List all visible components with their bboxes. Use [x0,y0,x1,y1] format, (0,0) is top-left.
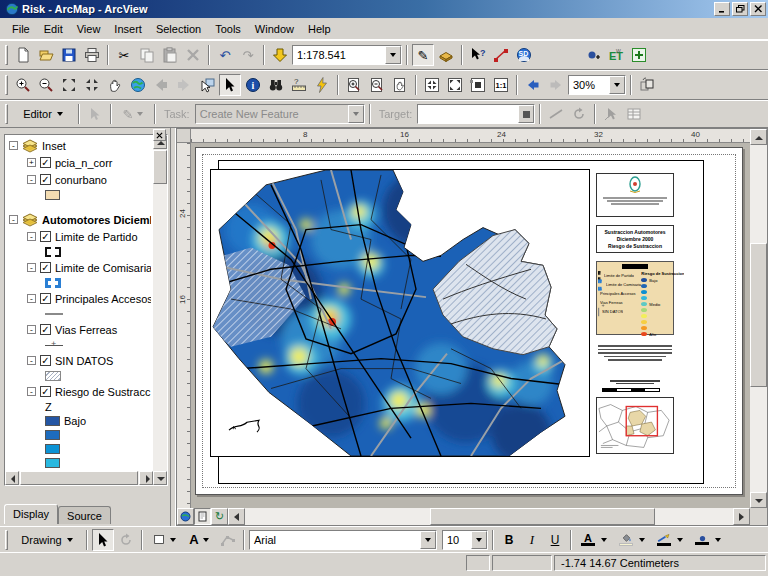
layout-forward-extent-button[interactable] [545,74,567,96]
rotate-element-button[interactable] [115,529,137,551]
layout-zoom-in-button[interactable] [343,74,365,96]
layout-view[interactable]: 816243240 2416 [176,128,768,526]
redo-button[interactable]: ↷ [237,44,259,66]
layer-label[interactable]: conurbano [55,174,107,186]
layer-label[interactable]: Principales Accesos [55,293,151,305]
tree-expander[interactable]: - [27,175,36,184]
sketch-properties-button[interactable] [600,103,622,125]
layer-symbol-swatch[interactable] [45,190,60,200]
tree-expander[interactable]: - [27,325,36,334]
zoom-to-scale-button[interactable]: 1:1 [490,74,512,96]
select-elements-button[interactable] [92,529,114,551]
layer-label[interactable]: Bajo [64,415,86,427]
buffer-wizard-button[interactable] [582,44,604,66]
text-tool-button[interactable]: A [182,529,216,551]
scroll-down-button[interactable] [750,492,767,508]
select-features-button[interactable] [196,74,218,96]
menu-item-tools[interactable]: Tools [209,21,247,37]
font-size-dropdown[interactable] [471,531,487,549]
cut-button[interactable]: ✂ [113,44,135,66]
scroll-thumb[interactable] [430,508,654,525]
edit-sketch-button[interactable]: ✎ [412,44,434,66]
refresh-view-button[interactable]: ↻ [211,508,228,525]
zoom-100-button[interactable] [444,74,466,96]
toolbar-grip[interactable] [5,45,8,65]
tree-expander[interactable]: + [27,158,36,167]
layout-view-button[interactable] [194,508,211,525]
close-button[interactable] [750,2,766,16]
layout-pan-button[interactable] [389,74,411,96]
menu-item-selection[interactable]: Selection [150,21,207,37]
minimize-button[interactable] [714,2,730,16]
save-button[interactable] [58,44,80,66]
add-data-button[interactable] [269,44,291,66]
tree-expander[interactable]: - [27,263,36,272]
fixed-layout-zoom-button[interactable] [467,74,489,96]
attributes-button[interactable] [623,103,645,125]
fixed-zoom-in-button[interactable] [58,74,80,96]
scroll-thumb[interactable] [750,243,767,387]
toolbar-grip[interactable] [5,530,8,550]
sketch-tool-button[interactable]: ✎ [116,103,150,125]
tab-source[interactable]: Source [58,506,111,524]
map-scale-combo[interactable]: 1:178.541 [292,45,402,65]
split-tool-button[interactable] [545,103,567,125]
layout-zoom-out-button[interactable] [366,74,388,96]
layer-label[interactable]: Z [45,401,52,413]
new-map-button[interactable] [12,44,34,66]
task-dropdown[interactable] [348,105,364,123]
layer-label[interactable]: Limite de Comisaria [55,262,151,274]
fill-color-button[interactable] [614,530,638,550]
et-tools-button[interactable]: ETW [605,44,627,66]
scale-bar[interactable] [602,388,660,392]
scroll-down-button[interactable] [153,471,167,485]
font-dropdown[interactable] [420,531,436,549]
layer-label[interactable]: Limite de Partido [55,231,138,243]
add-xy-button[interactable] [628,44,650,66]
paste-button[interactable] [159,44,181,66]
tree-expander[interactable]: - [27,356,36,365]
fixed-zoom-out-button[interactable] [81,74,103,96]
blue-dashed-outline-symbol[interactable] [598,279,602,290]
edit-vertices-button[interactable] [217,529,239,551]
toolbar-grip[interactable] [5,104,8,124]
layer-checkbox[interactable]: ✓ [40,386,51,397]
menu-item-edit[interactable]: Edit [38,21,69,37]
marker-color-button[interactable] [690,530,714,550]
back-extent-button[interactable] [150,74,172,96]
blank-tool-button-1[interactable] [536,44,558,66]
font-size-combo[interactable]: 10 [442,530,488,550]
whats-this-button[interactable]: ? [467,44,489,66]
blank-tool-button-2[interactable] [559,44,581,66]
map-title-box[interactable]: Sustraccion Automotores Diciembre 2000 R… [596,225,674,253]
target-combo[interactable] [417,104,535,124]
menu-item-file[interactable]: File [6,21,36,37]
layer-checkbox[interactable]: ✓ [40,231,51,242]
restore-button[interactable] [732,2,748,16]
scroll-thumb[interactable] [20,471,138,485]
tab-display[interactable]: Display [4,504,58,524]
arctoolbox-button[interactable] [435,44,457,66]
layer-label[interactable]: Inset [42,140,66,152]
target-dropdown[interactable] [518,105,534,123]
hatch-symbol[interactable] [598,307,599,315]
editor-menu-button[interactable]: Editor [12,103,74,125]
copy-button[interactable] [136,44,158,66]
blue-dashed-outline-symbol[interactable] [45,278,61,288]
fill-color-dropdown[interactable] [639,538,645,542]
hyperlink-button[interactable] [311,74,333,96]
identify-button[interactable]: i [242,74,264,96]
menu-item-view[interactable]: View [71,21,107,37]
sd-extension-button[interactable]: SD [513,44,535,66]
tree-expander[interactable]: - [27,294,36,303]
layout-horizontal-scrollbar[interactable]: ↻ [177,508,750,525]
scroll-left-button[interactable] [5,471,19,485]
layer-symbol-swatch[interactable] [45,430,60,440]
toc-close-button[interactable] [153,129,166,141]
map-scale-dropdown[interactable] [385,46,401,64]
toc-vertical-scrollbar[interactable] [153,135,167,485]
layer-label[interactable]: Automotores Diciembre [42,214,151,226]
undo-button[interactable]: ↶ [214,44,236,66]
select-elements-button[interactable] [219,74,241,96]
menu-item-insert[interactable]: Insert [108,21,148,37]
